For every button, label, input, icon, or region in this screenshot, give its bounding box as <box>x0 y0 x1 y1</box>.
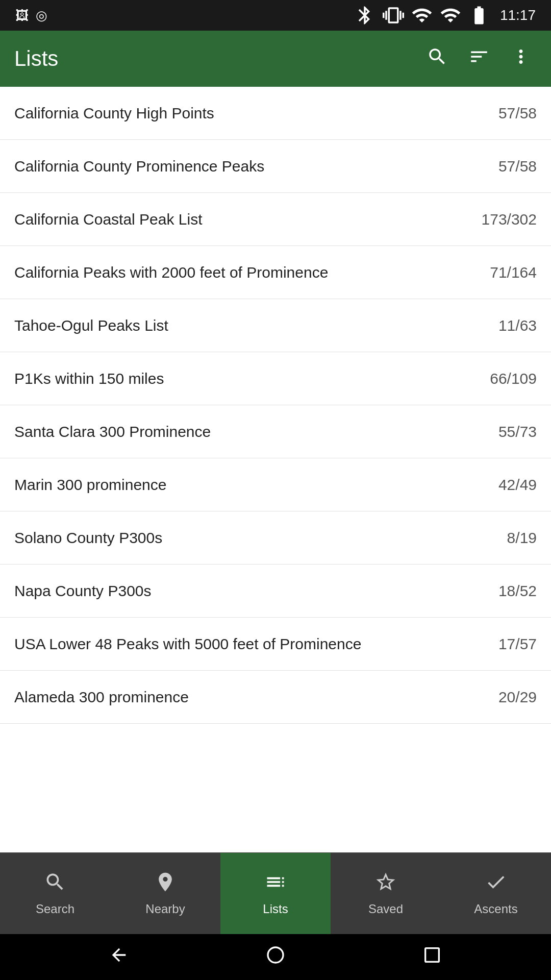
filter-button[interactable] <box>463 41 495 77</box>
list-item-count: 17/57 <box>498 635 537 653</box>
list-item-name: California County High Points <box>14 103 498 123</box>
list-item[interactable]: Alameda 300 prominence 20/29 <box>0 671 551 724</box>
vibrate-icon <box>383 5 404 26</box>
list-item-count: 20/29 <box>498 689 537 706</box>
list-item-count: 71/164 <box>490 264 537 281</box>
nav-label: Lists <box>263 902 288 916</box>
nav-item-nearby[interactable]: Nearby <box>110 853 220 934</box>
nav-item-search[interactable]: Search <box>0 853 110 934</box>
list-item-count: 18/52 <box>498 582 537 600</box>
nearby-icon <box>154 871 177 898</box>
home-button[interactable] <box>265 945 286 969</box>
list-item[interactable]: California Coastal Peak List 173/302 <box>0 193 551 246</box>
list-item[interactable]: California County High Points 57/58 <box>0 87 551 140</box>
back-button[interactable] <box>109 945 129 969</box>
signal-icon <box>440 5 461 26</box>
list-item-name: California County Prominence Peaks <box>14 156 498 176</box>
bluetooth-icon <box>354 5 375 26</box>
nav-item-lists[interactable]: Lists <box>220 853 331 934</box>
list-item-name: Napa County P300s <box>14 581 498 601</box>
list-item-count: 173/302 <box>482 211 537 228</box>
list-item-name: Tahoe-Ogul Peaks List <box>14 315 498 335</box>
app-bar: Lists <box>0 31 551 87</box>
nav-label: Nearby <box>145 902 185 916</box>
list-item-count: 57/58 <box>498 158 537 175</box>
list-item-name: Marin 300 prominence <box>14 475 498 495</box>
search-button[interactable] <box>421 41 453 77</box>
wifi-icon <box>411 5 433 26</box>
more-options-button[interactable] <box>505 41 537 77</box>
list-item-name: USA Lower 48 Peaks with 5000 feet of Pro… <box>14 634 498 654</box>
list-item-count: 55/73 <box>498 423 537 440</box>
android-nav-bar <box>0 934 551 980</box>
list-item-count: 11/63 <box>498 317 537 334</box>
list-item-name: Alameda 300 prominence <box>14 687 498 707</box>
battery-icon <box>468 5 490 26</box>
page-title: Lists <box>14 46 411 71</box>
nav-label: Saved <box>368 902 403 916</box>
sync-icon: ◎ <box>36 8 47 23</box>
nav-item-ascents[interactable]: Ascents <box>441 853 551 934</box>
status-bar: 🖼 ◎ 11:17 <box>0 0 551 31</box>
nav-label: Ascents <box>474 902 517 916</box>
ascents-icon <box>485 871 507 898</box>
svg-point-0 <box>268 947 283 963</box>
list-item-name: California Coastal Peak List <box>14 209 482 229</box>
list-item-count: 8/19 <box>507 529 537 547</box>
svg-rect-1 <box>425 948 439 962</box>
lists-container: California County High Points 57/58 Cali… <box>0 87 551 852</box>
recents-button[interactable] <box>422 945 442 969</box>
list-item-name: P1Ks within 150 miles <box>14 369 490 388</box>
list-item[interactable]: P1Ks within 150 miles 66/109 <box>0 352 551 405</box>
list-item-count: 57/58 <box>498 105 537 122</box>
list-item[interactable]: Tahoe-Ogul Peaks List 11/63 <box>0 299 551 352</box>
list-item-name: Solano County P300s <box>14 528 507 548</box>
list-item-count: 42/49 <box>498 476 537 494</box>
search-icon <box>44 871 66 898</box>
list-item[interactable]: Napa County P300s 18/52 <box>0 565 551 618</box>
list-item[interactable]: Solano County P300s 8/19 <box>0 511 551 565</box>
list-item[interactable]: California Peaks with 2000 feet of Promi… <box>0 246 551 299</box>
list-item-name: Santa Clara 300 Prominence <box>14 422 498 442</box>
list-item-count: 66/109 <box>490 370 537 387</box>
list-item[interactable]: USA Lower 48 Peaks with 5000 feet of Pro… <box>0 618 551 671</box>
photo-icon: 🖼 <box>15 8 29 23</box>
bottom-navigation: Search Nearby Lists Saved Ascents <box>0 852 551 934</box>
nav-item-saved[interactable]: Saved <box>331 853 441 934</box>
list-item[interactable]: Marin 300 prominence 42/49 <box>0 458 551 511</box>
saved-icon <box>374 871 397 898</box>
list-item[interactable]: California County Prominence Peaks 57/58 <box>0 140 551 193</box>
status-time: 11:17 <box>500 7 536 23</box>
list-item-name: California Peaks with 2000 feet of Promi… <box>14 262 490 282</box>
nav-label: Search <box>36 902 74 916</box>
list-item[interactable]: Santa Clara 300 Prominence 55/73 <box>0 405 551 458</box>
lists-icon <box>264 871 287 898</box>
